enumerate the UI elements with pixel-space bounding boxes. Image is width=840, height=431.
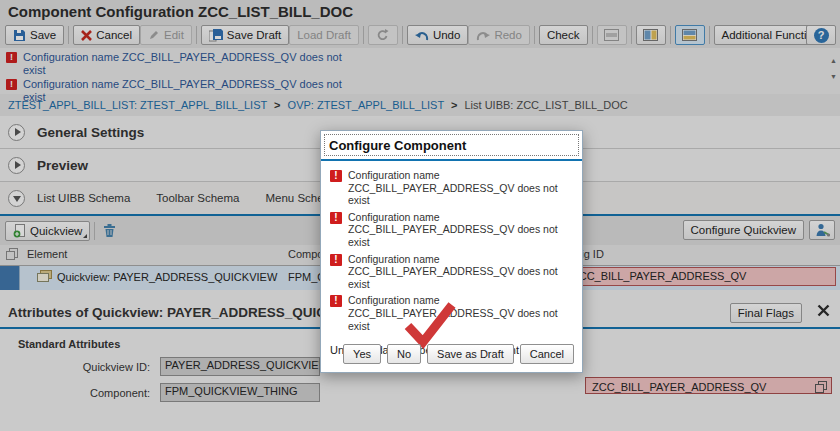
dialog-title: Configure Component xyxy=(324,134,579,156)
dialog-error-message: ! Configuration nameZCC_BILL_PAYER_ADDRE… xyxy=(321,211,582,249)
error-icon: ! xyxy=(330,254,342,266)
error-icon: ! xyxy=(330,212,342,224)
red-checkmark-annotation xyxy=(401,299,459,349)
configure-component-dialog: Configure Component ! Configuration name… xyxy=(320,130,583,373)
no-button[interactable]: No xyxy=(387,344,421,364)
yes-button[interactable]: Yes xyxy=(343,344,381,364)
dialog-button-bar: Yes No Save as Draft Cancel xyxy=(343,344,574,364)
error-icon: ! xyxy=(330,170,342,182)
component-configuration-screen: Component Configuration ZCC_LIST_BILL_DO… xyxy=(0,0,840,431)
dialog-divider xyxy=(321,159,582,161)
dialog-cancel-button[interactable]: Cancel xyxy=(520,344,574,364)
error-icon: ! xyxy=(330,295,342,307)
dialog-error-message: ! Configuration nameZCC_BILL_PAYER_ADDRE… xyxy=(321,169,582,207)
save-as-draft-button[interactable]: Save as Draft xyxy=(427,344,514,364)
dialog-error-message: ! Configuration nameZCC_BILL_PAYER_ADDRE… xyxy=(321,253,582,291)
